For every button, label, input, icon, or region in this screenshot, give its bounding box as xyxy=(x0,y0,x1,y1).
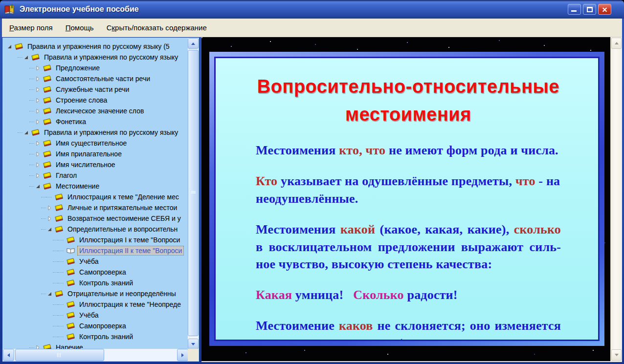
tree-item-23[interactable]: Отрицательные и неопределённы xyxy=(3,288,188,299)
tree-connector xyxy=(41,229,46,230)
expand-arrow[interactable] xyxy=(34,107,41,114)
tree-item-label[interactable]: Иллюстрация к теме "Деление мес xyxy=(66,193,180,201)
expand-arrow[interactable] xyxy=(34,118,41,125)
menu-item-1[interactable]: Помощь xyxy=(59,21,100,34)
tree-item-label[interactable]: Иллюстрация II к теме "Вопроси xyxy=(78,246,183,255)
tree-item-14[interactable]: Иллюстрация к теме "Деление мес xyxy=(3,192,188,202)
tree-item-label[interactable]: Самопроверка xyxy=(78,321,128,330)
tree-item-28[interactable]: Наречие xyxy=(3,342,188,349)
tree-item-label[interactable]: Отрицательные и неопределённы xyxy=(66,289,178,298)
tree-item-21[interactable]: Самопроверка xyxy=(3,267,188,278)
tree-item-9[interactable]: Имя существительное xyxy=(3,138,188,149)
minimize-icon xyxy=(571,10,577,12)
tree-item-label[interactable]: Предложение xyxy=(54,64,101,72)
tree-item-26[interactable]: Самопроверка xyxy=(3,321,188,331)
expand-arrow[interactable] xyxy=(46,204,53,211)
tree-item-3[interactable]: Самостоятельные части речи xyxy=(3,73,188,84)
tree-item-label[interactable]: Имя числительное xyxy=(54,160,117,169)
tree-item-label[interactable]: Правила и упражнения по русскому языку xyxy=(43,53,179,62)
tree-item-18[interactable]: Иллюстрация I к теме "Вопроси xyxy=(3,235,188,245)
expand-arrow[interactable] xyxy=(34,183,41,190)
tree-scroll-up-button[interactable] xyxy=(188,38,199,49)
tree-item-16[interactable]: Возвратное местоимение СЕБЯ и у xyxy=(3,213,188,224)
tree-item-5[interactable]: Строение слова xyxy=(3,95,188,106)
expand-arrow[interactable] xyxy=(34,161,41,168)
tree-item-22[interactable]: Контроль знаний xyxy=(3,278,188,288)
book-icon xyxy=(54,204,64,212)
tree-item-label[interactable]: Личные и притяжательные местои xyxy=(66,203,178,212)
tree-item-label[interactable]: Правила и упражнения по русскому языку (… xyxy=(26,42,171,51)
tree-item-label[interactable]: Имя прилагательное xyxy=(54,150,123,158)
expand-arrow[interactable] xyxy=(6,43,13,50)
tree-item-label[interactable]: Определительные и вопросительн xyxy=(66,225,179,234)
tree-item-11[interactable]: Имя числительное xyxy=(3,159,188,170)
collapsed-arrow-icon xyxy=(35,76,41,82)
tree-item-25[interactable]: Учёба xyxy=(3,310,188,321)
expand-arrow[interactable] xyxy=(34,140,41,147)
tree-item-12[interactable]: Глагол xyxy=(3,170,188,181)
tree-item-6[interactable]: Лексическое значение слов xyxy=(3,106,188,116)
content-scroll-down-button[interactable] xyxy=(611,349,622,361)
tree-item-10[interactable]: Имя прилагательное xyxy=(3,149,188,159)
tree-item-13[interactable]: Местоимение xyxy=(3,181,188,192)
content-scroll-up-button[interactable] xyxy=(611,38,622,49)
expand-arrow[interactable] xyxy=(46,226,53,233)
tree-item-label[interactable]: Строение слова xyxy=(54,96,109,105)
tree-connector xyxy=(41,294,46,294)
tree-item-label[interactable]: Учёба xyxy=(78,257,100,266)
tree-item-24[interactable]: Иллюстрация к теме "Неопреде xyxy=(3,299,188,310)
tree-item-label[interactable]: Контроль знаний xyxy=(78,332,134,341)
expand-arrow[interactable] xyxy=(34,86,41,93)
scroll-right-icon xyxy=(181,353,184,357)
expand-arrow[interactable] xyxy=(22,129,29,136)
tree-horizontal-scroll-thumb[interactable] xyxy=(15,349,104,361)
tree-item-label[interactable]: Контроль знаний xyxy=(78,278,134,287)
expand-arrow[interactable] xyxy=(34,75,41,82)
minimize-button[interactable] xyxy=(568,4,581,15)
tree-item-27[interactable]: Контроль знаний xyxy=(3,331,188,342)
expand-arrow[interactable] xyxy=(34,97,41,104)
maximize-button[interactable] xyxy=(583,4,596,15)
tree-item-label[interactable]: Служебные части речи xyxy=(54,85,131,94)
tree-item-label[interactable]: Самопроверка xyxy=(78,268,128,277)
tree-item-label[interactable]: Местоимение xyxy=(54,182,101,191)
expand-arrow[interactable] xyxy=(34,150,41,157)
tree-item-19[interactable]: Иллюстрация II к теме "Вопроси xyxy=(3,245,188,256)
expand-arrow[interactable] xyxy=(34,64,41,71)
tree-scroll-left-button[interactable] xyxy=(3,349,14,361)
tree-item-label[interactable]: Фонетика xyxy=(54,117,88,126)
tree-item-0[interactable]: Правила и упражнения по русскому языку (… xyxy=(3,41,188,52)
tree-item-20[interactable]: Учёба xyxy=(3,256,188,267)
tree-item-label[interactable]: Учёба xyxy=(78,311,100,320)
expand-arrow[interactable] xyxy=(22,54,29,61)
expand-arrow[interactable] xyxy=(46,290,53,297)
tree-item-label[interactable]: Глагол xyxy=(54,171,78,180)
tree-item-7[interactable]: Фонетика xyxy=(3,116,188,127)
tree-item-label[interactable]: Иллюстрация к теме "Неопреде xyxy=(78,300,182,309)
tree-horizontal-scrollbar[interactable] xyxy=(3,349,188,361)
tree-scroll-down-button[interactable] xyxy=(188,339,199,349)
menu-item-0[interactable]: Размер поля xyxy=(3,21,59,34)
tree-item-15[interactable]: Личные и притяжательные местои xyxy=(3,202,188,213)
tree-vertical-scroll-thumb[interactable] xyxy=(188,50,199,336)
close-button[interactable]: ✕ xyxy=(598,4,611,15)
expand-arrow[interactable] xyxy=(34,172,41,179)
tree-item-2[interactable]: Предложение xyxy=(3,63,188,73)
tree-item-label[interactable]: Иллюстрация I к теме "Вопроси xyxy=(78,236,181,244)
tree-item-label[interactable]: Лексическое значение слов xyxy=(54,107,145,115)
tree-scroll-right-button[interactable] xyxy=(177,349,188,361)
tree-item-label[interactable]: Правила и упражнения по русскому языку xyxy=(43,128,179,137)
tree-vertical-scrollbar[interactable] xyxy=(188,38,199,349)
book-icon xyxy=(66,301,75,308)
tree-item-label[interactable]: Имя существительное xyxy=(54,139,128,148)
tree-item-8[interactable]: Правила и упражнения по русскому языку xyxy=(3,127,188,138)
expanded-arrow-icon xyxy=(23,55,29,60)
tree-item-label[interactable]: Возвратное местоимение СЕБЯ и у xyxy=(66,214,182,223)
expand-arrow[interactable] xyxy=(46,215,53,222)
content-vertical-scrollbar[interactable] xyxy=(610,37,622,361)
menu-item-2[interactable]: Скрыть/показать содержание xyxy=(100,21,213,34)
tree-item-label[interactable]: Самостоятельные части речи xyxy=(54,74,152,83)
tree-item-1[interactable]: Правила и упражнения по русскому языку xyxy=(3,52,188,63)
tree-item-4[interactable]: Служебные части речи xyxy=(3,84,188,95)
tree-item-17[interactable]: Определительные и вопросительн xyxy=(3,224,188,235)
